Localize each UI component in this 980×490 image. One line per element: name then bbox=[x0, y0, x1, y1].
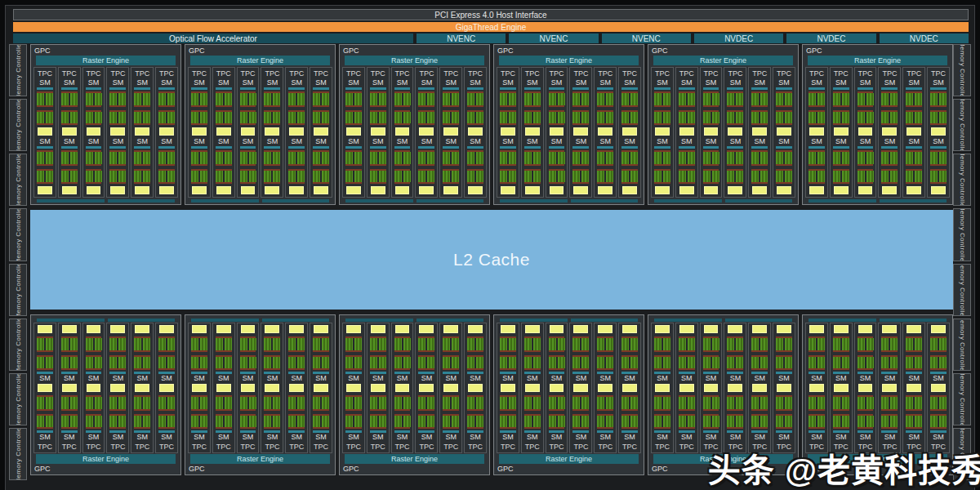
sm-cache-bar bbox=[216, 384, 231, 392]
sm-core-cell bbox=[452, 171, 459, 183]
tpc-block: TPCSMSM bbox=[546, 323, 568, 453]
sm-core-grid bbox=[264, 169, 280, 185]
sm-label: SM bbox=[548, 374, 566, 383]
tpc-block: TPCSMSM bbox=[675, 67, 698, 198]
sm-core-cell bbox=[597, 397, 604, 409]
sm-scheduler-bar bbox=[37, 87, 53, 90]
gpc-edge-strip bbox=[37, 318, 105, 322]
sm-core-cell bbox=[394, 152, 402, 164]
sm-core-cell bbox=[191, 357, 198, 369]
sm-cache-bar bbox=[525, 127, 540, 136]
sm-core-cell bbox=[558, 338, 565, 350]
sm-core-cell bbox=[403, 357, 411, 369]
sm-label: SM bbox=[548, 137, 566, 146]
sm-core-grid bbox=[216, 414, 232, 430]
sm-cache-bar bbox=[931, 127, 946, 136]
sm-scheduler-bar bbox=[833, 146, 849, 149]
tpc-block: TPCSMSM bbox=[33, 67, 56, 198]
sm-core-cell bbox=[679, 112, 686, 124]
sm-core-grid bbox=[240, 336, 256, 352]
sm-core-grid bbox=[216, 395, 232, 411]
sm-cache-bar bbox=[931, 384, 946, 392]
sm-block: SM bbox=[287, 137, 306, 196]
sm-core-cell bbox=[915, 416, 922, 428]
sm-core-cell bbox=[817, 338, 825, 350]
sm-core-grid bbox=[418, 169, 434, 185]
sm-core-cell bbox=[663, 152, 670, 164]
sm-cache-bar bbox=[525, 384, 540, 392]
sm-core-cell bbox=[808, 171, 816, 183]
sm-core-cell bbox=[915, 357, 922, 369]
sm-core-cell bbox=[322, 93, 329, 105]
sm-core-grid bbox=[288, 355, 305, 371]
sm-block: SM bbox=[498, 78, 518, 137]
sm-block: SM bbox=[157, 137, 176, 196]
gpc-label: GPC bbox=[342, 47, 487, 55]
sm-core-grid bbox=[109, 336, 126, 352]
sm-cache-bar bbox=[777, 127, 791, 136]
pcie-host-interface-bar: PCI Express 4.0 Host Interface bbox=[13, 9, 969, 20]
sm-core-cell bbox=[930, 93, 938, 105]
sm-core-cell bbox=[70, 152, 78, 164]
sm-label: SM bbox=[85, 78, 103, 87]
sm-core-cell bbox=[354, 416, 362, 428]
gpc-edge-strip bbox=[654, 199, 722, 203]
tpc-block: TPCSMSM bbox=[618, 67, 641, 198]
sm-label: SM bbox=[702, 433, 720, 442]
sm-core-grid bbox=[158, 414, 175, 430]
sm-core-cell bbox=[533, 171, 541, 183]
sm-block: SM bbox=[238, 78, 258, 137]
tpc-label: TPC bbox=[60, 442, 79, 452]
sm-core-grid bbox=[109, 91, 126, 107]
tpc-row: TPCSMSMTPCSMSMTPCSMSMTPCSMSMTPCSMSMTPCSM… bbox=[342, 67, 487, 198]
nvenc-block: NVENC bbox=[602, 33, 691, 43]
sm-core-grid bbox=[751, 110, 768, 126]
sm-block: SM bbox=[60, 383, 79, 442]
sm-core-cell bbox=[881, 397, 889, 409]
tpc-label: TPC bbox=[287, 442, 306, 452]
sm-cache-bar bbox=[752, 127, 767, 136]
sm-core-cell bbox=[915, 112, 922, 124]
gpc-label: GPC bbox=[497, 47, 641, 55]
sm-core-cell bbox=[191, 397, 198, 409]
tpc-block: TPCSMSM bbox=[439, 323, 462, 453]
sm-cache-bar bbox=[834, 127, 849, 136]
sm-core-grid bbox=[370, 150, 386, 166]
sm-core-grid bbox=[109, 169, 126, 185]
sm-block: SM bbox=[880, 78, 899, 137]
sm-cache-bar bbox=[679, 186, 694, 194]
sm-label: SM bbox=[394, 433, 412, 442]
sm-block: SM bbox=[571, 383, 590, 442]
tpc-block: TPCSMSM bbox=[33, 323, 56, 453]
tpc-block: TPCSMSM bbox=[773, 323, 795, 453]
sm-core-cell bbox=[240, 357, 247, 369]
sm-core-grid bbox=[808, 355, 825, 371]
sm-label: SM bbox=[158, 137, 176, 146]
sm-core-grid bbox=[808, 91, 825, 107]
tpc-label: TPC bbox=[547, 442, 567, 452]
sm-core-cell bbox=[379, 112, 386, 124]
gpc-edge-strip bbox=[654, 318, 722, 322]
sm-cache-bar bbox=[289, 384, 304, 392]
sm-cache-bar bbox=[87, 186, 101, 194]
sm-core-cell bbox=[549, 112, 556, 124]
sm-scheduler-bar bbox=[549, 87, 565, 90]
sm-scheduler-bar bbox=[86, 87, 102, 90]
sm-core-cell bbox=[191, 112, 198, 124]
sm-core-cell bbox=[394, 171, 402, 183]
sm-core-cell bbox=[833, 416, 840, 428]
sm-core-cell bbox=[663, 357, 670, 369]
sm-core-cell bbox=[881, 171, 889, 183]
sm-core-cell bbox=[930, 357, 938, 369]
sm-core-grid bbox=[930, 414, 947, 430]
sm-scheduler-bar bbox=[191, 87, 207, 90]
sm-core-cell bbox=[549, 152, 556, 164]
sm-core-grid bbox=[597, 91, 613, 107]
sm-label: SM bbox=[215, 433, 233, 442]
sm-core-cell bbox=[158, 152, 166, 164]
tpc-row: TPCSMSMTPCSMSMTPCSMSMTPCSMSMTPCSMSMTPCSM… bbox=[651, 323, 795, 453]
sm-core-cell bbox=[866, 171, 874, 183]
gpc-label: GPC bbox=[497, 465, 641, 473]
sm-block: SM bbox=[807, 383, 826, 442]
gpc-label: GPC bbox=[188, 465, 332, 473]
